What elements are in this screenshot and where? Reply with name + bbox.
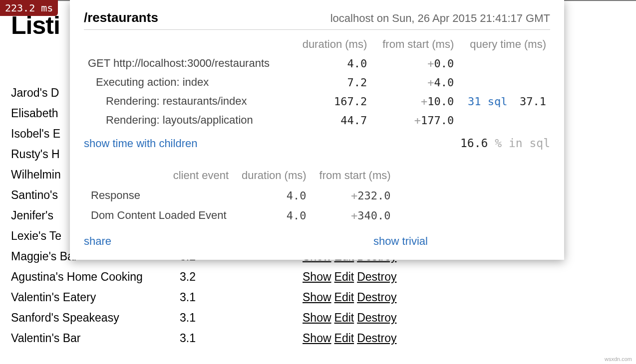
profiler-qtime [511,111,550,130]
sql-link[interactable]: 31 sql [468,95,507,108]
client-event-label: Dom Content Loaded Event [85,206,235,225]
profiler-label: Executing action: index [84,73,292,92]
col-client-from-start: from start (ms) [314,166,397,185]
edit-link[interactable]: Edit [334,270,354,283]
share-link[interactable]: share [84,235,111,248]
profiler-badge[interactable]: 223.2 ms [0,0,58,16]
profiler-sql [458,111,511,130]
destroy-link[interactable]: Destroy [357,270,396,283]
profiler-route: /restaurants [84,10,158,25]
profiler-label: Rendering: layouts/application [84,111,292,130]
restaurant-rating: 3.1 [180,287,303,308]
restaurant-name: Agustina's Home Cooking [11,267,180,287]
profiler-qtime [511,73,550,92]
table-row: Valentin's Eatery3.1ShowEditDestroy [11,287,407,308]
profiler-qtime [511,54,550,73]
client-from-start: +340.0 [314,206,397,225]
profiler-duration: 7.2 [292,73,371,92]
edit-link[interactable]: Edit [334,332,354,345]
show-trivial-link[interactable]: show trivial [373,235,428,248]
restaurant-rating: 3.2 [180,267,303,287]
profiler-client-table: client event duration (ms) from start (m… [84,165,550,226]
profiler-label: Rendering: restaurants/index [84,92,292,111]
restaurant-actions: ShowEditDestroy [303,308,407,328]
restaurant-actions: ShowEditDestroy [303,287,407,308]
col-duration: duration (ms) [292,35,371,54]
show-link[interactable]: Show [303,291,331,304]
profiler-row: Rendering: layouts/application44.7+177.0 [84,111,550,130]
client-row: Response4.0+232.0 [85,186,397,205]
show-time-with-children-link[interactable]: show time with children [84,137,197,150]
show-link[interactable]: Show [303,332,331,345]
restaurant-rating: 3.1 [180,328,303,349]
profiler-row: GET http://localhost:3000/restaurants4.0… [84,54,550,73]
table-row: Valentin's Bar3.1ShowEditDestroy [11,328,407,349]
restaurant-actions: ShowEditDestroy [303,267,407,287]
profiler-label: GET http://localhost:3000/restaurants [84,54,292,73]
restaurant-name: Valentin's Bar [11,328,180,349]
table-row: Sanford's Speakeasy3.1ShowEditDestroy [11,308,407,328]
profiler-header: /restaurants localhost on Sun, 26 Apr 20… [84,10,550,30]
col-client-duration: duration (ms) [236,166,313,185]
edit-link[interactable]: Edit [334,311,354,324]
table-row: Agustina's Home Cooking3.2ShowEditDestro… [11,267,407,287]
profiler-row: Executing action: index7.2+4.0 [84,73,550,92]
show-link[interactable]: Show [303,270,331,283]
profiler-from-start: +4.0 [371,73,458,92]
destroy-link[interactable]: Destroy [357,291,396,304]
restaurant-name: Sanford's Speakeasy [11,308,180,328]
col-query-time: query time (ms) [458,35,550,54]
client-event-label: Response [85,186,235,205]
sql-percent: 16.6 % in sql [460,137,550,150]
destroy-link[interactable]: Destroy [357,311,396,324]
profiler-meta: localhost on Sun, 26 Apr 2015 21:41:17 G… [330,12,550,25]
profiler-sql [458,73,511,92]
profiler-duration: 4.0 [292,54,371,73]
client-row: Dom Content Loaded Event4.0+340.0 [85,206,397,225]
restaurant-actions: ShowEditDestroy [303,328,407,349]
profiler-from-start: +0.0 [371,54,458,73]
profiler-row: Rendering: restaurants/index167.2+10.031… [84,92,550,111]
profiler-duration: 167.2 [292,92,371,111]
profiler-from-start: +177.0 [371,111,458,130]
restaurant-rating: 3.1 [180,308,303,328]
show-link[interactable]: Show [303,311,331,324]
col-from-start: from start (ms) [371,35,458,54]
profiler-panel: /restaurants localhost on Sun, 26 Apr 20… [70,0,564,260]
col-client-event: client event [85,166,235,185]
profiler-sql[interactable]: 31 sql [458,92,511,111]
profiler-from-start: +10.0 [371,92,458,111]
destroy-link[interactable]: Destroy [357,332,396,345]
profiler-server-table: duration (ms) from start (ms) query time… [84,35,550,130]
edit-link[interactable]: Edit [334,291,354,304]
client-duration: 4.0 [236,206,313,225]
profiler-qtime: 37.1 [511,92,550,111]
restaurant-name: Valentin's Eatery [11,287,180,308]
profiler-sql [458,54,511,73]
profiler-duration: 44.7 [292,111,371,130]
watermark: wsxdn.com [605,356,632,362]
client-from-start: +232.0 [314,186,397,205]
client-duration: 4.0 [236,186,313,205]
